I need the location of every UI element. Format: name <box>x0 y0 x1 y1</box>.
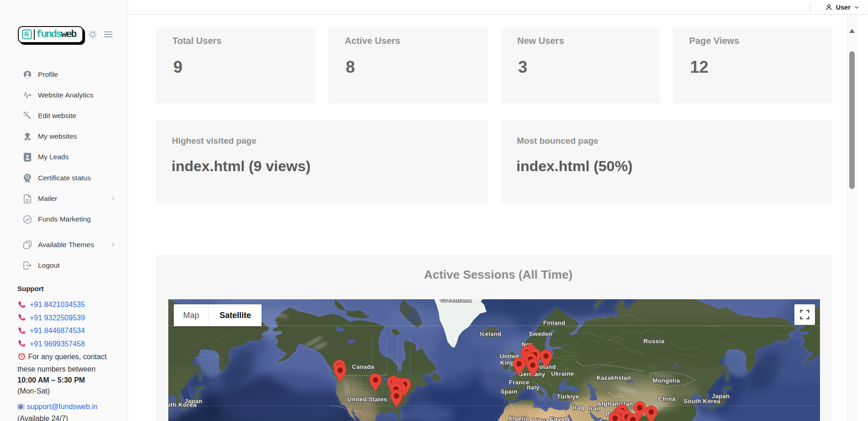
svg-text:Kazakhstan: Kazakhstan <box>596 374 631 381</box>
svg-text:China: China <box>658 395 675 402</box>
svg-text:Italy: Italy <box>527 384 540 391</box>
svg-text:Türkiye: Türkiye <box>557 393 579 400</box>
svg-text:Algeria: Algeria <box>508 415 530 421</box>
svg-text:Ukraine: Ukraine <box>551 370 574 377</box>
svg-text:France: France <box>509 379 529 386</box>
svg-text:Finland: Finland <box>543 319 565 326</box>
svg-text:Russia: Russia <box>643 338 664 345</box>
svg-text:Libya: Libya <box>532 417 549 421</box>
svg-text:Greenland: Greenland <box>440 299 472 303</box>
svg-text:Iceland: Iceland <box>480 330 502 337</box>
svg-text:Spain: Spain <box>501 388 518 395</box>
svg-text:Afghanistan: Afghanistan <box>597 400 633 407</box>
svg-text:Mongolia: Mongolia <box>653 377 680 384</box>
svg-text:Iraq: Iraq <box>573 404 584 411</box>
svg-text:Egypt: Egypt <box>550 416 567 421</box>
svg-text:South Korea: South Korea <box>168 401 197 408</box>
svg-text:South Korea: South Korea <box>684 398 721 405</box>
svg-text:Sweden: Sweden <box>529 330 552 337</box>
svg-text:Canada: Canada <box>352 363 375 370</box>
svg-text:United States: United States <box>348 396 387 403</box>
